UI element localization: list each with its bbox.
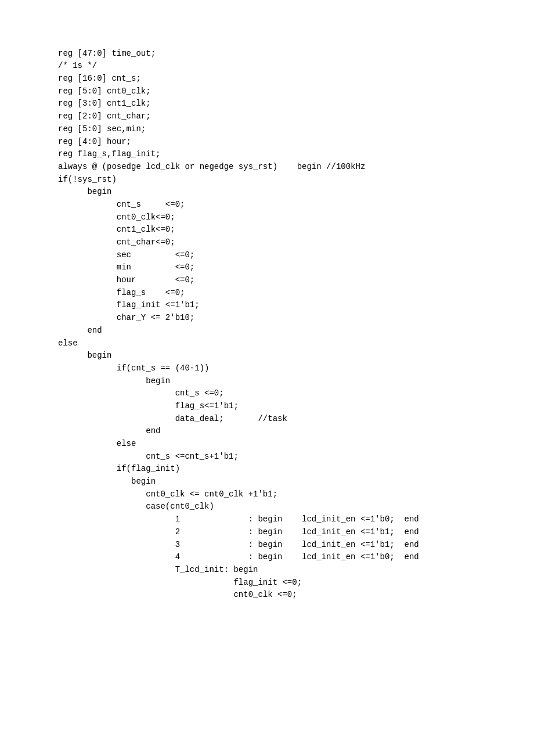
code-line: T_lcd_init: begin: [58, 564, 511, 577]
code-line: flag_init <=0;: [58, 577, 511, 589]
code-line: begin: [58, 375, 511, 388]
code-line: data_deal; //task: [58, 413, 511, 426]
code-line: flag_s <=0;: [58, 287, 511, 300]
code-line: char_Y <= 2'b10;: [58, 312, 511, 325]
code-line: begin: [58, 476, 511, 488]
code-line: /* 1s */: [58, 60, 511, 73]
code-line: begin: [58, 186, 511, 199]
code-line: reg [16:0] cnt_s;: [58, 73, 511, 85]
code-line: flag_s<=1'b1;: [58, 400, 511, 413]
code-line: if(flag_init): [58, 463, 511, 476]
code-line: cnt0_clk <=0;: [58, 589, 511, 602]
code-line: case(cnt0_clk): [58, 501, 511, 513]
code-line: always @ (posedge lcd_clk or negedge sys…: [58, 161, 511, 174]
code-line: if(!sys_rst): [58, 174, 511, 186]
code-line: reg flag_s,flag_init;: [58, 148, 511, 161]
code-line: cnt0_clk<=0;: [58, 211, 511, 224]
code-line: reg [2:0] cnt_char;: [58, 110, 511, 123]
code-line: end: [58, 325, 511, 337]
code-line: 1 : begin lcd_init_en <=1'b0; end: [58, 513, 511, 526]
code-line: begin: [58, 350, 511, 362]
code-line: flag_init <=1'b1;: [58, 299, 511, 312]
code-line: 2 : begin lcd_init_en <=1'b1; end: [58, 526, 511, 539]
code-content: reg [47:0] time_out;/* 1s */reg [16:0] c…: [58, 35, 511, 602]
code-line: if(cnt_s == (40-1)): [58, 362, 511, 375]
code-line: cnt_s <=0;: [58, 199, 511, 211]
code-line: min <=0;: [58, 261, 511, 274]
code-line: else: [58, 438, 511, 451]
code-line: reg [5:0] cnt0_clk;: [58, 85, 511, 98]
code-line: cnt1_clk<=0;: [58, 224, 511, 236]
code-line: 4 : begin lcd_init_en <=1'b0; end: [58, 551, 511, 564]
code-line: reg [3:0] cnt1_clk;: [58, 98, 511, 110]
code-line: end: [58, 425, 511, 438]
code-line: else: [58, 337, 511, 350]
code-line: cnt_s <=cnt_s+1'b1;: [58, 451, 511, 463]
code-line: hour <=0;: [58, 274, 511, 287]
code-line: reg [5:0] sec,min;: [58, 123, 511, 136]
code-line: cnt_char<=0;: [58, 236, 511, 249]
code-line: reg [4:0] hour;: [58, 136, 511, 149]
code-line: sec <=0;: [58, 249, 511, 262]
code-line: cnt_s <=0;: [58, 387, 511, 400]
code-line: reg [47:0] time_out;: [58, 48, 511, 60]
code-line: cnt0_clk <= cnt0_clk +1'b1;: [58, 488, 511, 501]
code-line: 3 : begin lcd_init_en <=1'b1; end: [58, 539, 511, 552]
